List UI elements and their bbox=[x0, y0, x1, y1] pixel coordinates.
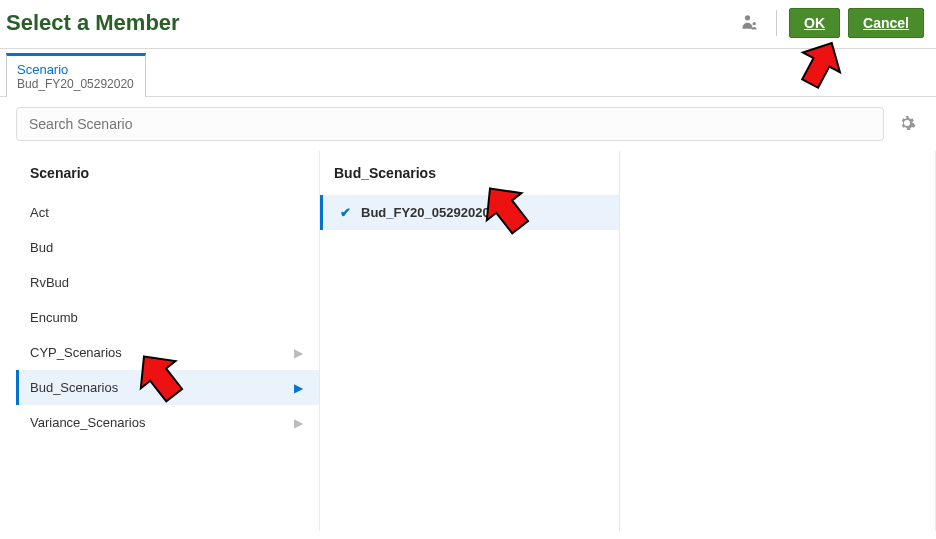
tab-value: Bud_FY20_05292020 bbox=[17, 77, 135, 91]
list-item[interactable]: RvBud bbox=[16, 265, 319, 300]
ok-button[interactable]: OK bbox=[789, 8, 840, 38]
chevron-right-icon: ▶ bbox=[294, 416, 303, 430]
user-role-icon[interactable] bbox=[740, 12, 760, 35]
list-item-selected[interactable]: ✔ Bud_FY20_05292020 bbox=[320, 195, 619, 230]
list-item[interactable]: Act bbox=[16, 195, 319, 230]
column-bud-scenarios: Bud_Scenarios ✔ Bud_FY20_05292020 bbox=[320, 151, 620, 531]
column2-header: Bud_Scenarios bbox=[320, 157, 619, 195]
tab-scenario[interactable]: Scenario Bud_FY20_05292020 bbox=[6, 53, 146, 97]
item-label: Act bbox=[30, 205, 49, 220]
cancel-button[interactable]: Cancel bbox=[848, 8, 924, 38]
check-icon: ✔ bbox=[340, 205, 351, 220]
column-scenario: Scenario Act Bud RvBud Encumb CYP_Scenar… bbox=[0, 151, 320, 531]
chevron-right-icon: ▶ bbox=[294, 346, 303, 360]
item-label: Encumb bbox=[30, 310, 78, 325]
item-label: Bud_FY20_05292020 bbox=[361, 205, 490, 220]
item-label: CYP_Scenarios bbox=[30, 345, 122, 360]
item-label: Bud bbox=[30, 240, 53, 255]
list-item-selected[interactable]: Bud_Scenarios ▶ bbox=[16, 370, 319, 405]
list-item[interactable]: Bud bbox=[16, 230, 319, 265]
item-label: Variance_Scenarios bbox=[30, 415, 145, 430]
search-input[interactable] bbox=[16, 107, 884, 141]
item-label: RvBud bbox=[30, 275, 69, 290]
header-divider bbox=[776, 10, 777, 36]
tab-label: Scenario bbox=[17, 62, 135, 77]
column-empty bbox=[620, 151, 936, 531]
list-item[interactable]: Encumb bbox=[16, 300, 319, 335]
column1-header: Scenario bbox=[16, 157, 319, 195]
list-item[interactable]: CYP_Scenarios ▶ bbox=[16, 335, 319, 370]
gear-icon[interactable] bbox=[894, 110, 920, 139]
svg-point-0 bbox=[745, 15, 750, 20]
page-title: Select a Member bbox=[6, 10, 180, 36]
list-item[interactable]: Variance_Scenarios ▶ bbox=[16, 405, 319, 440]
svg-point-1 bbox=[753, 22, 756, 25]
chevron-right-icon: ▶ bbox=[294, 381, 303, 395]
item-label: Bud_Scenarios bbox=[30, 380, 118, 395]
